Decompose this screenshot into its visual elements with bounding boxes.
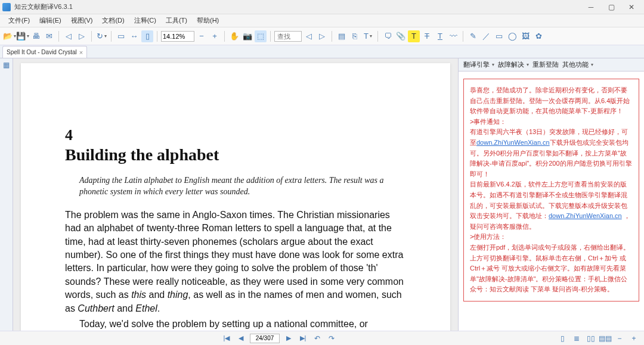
separator — [58, 31, 59, 42]
separator — [157, 31, 157, 42]
tab-bar: Spell It Out - David Crystal × — [0, 45, 644, 58]
typewriter-button[interactable]: T — [362, 30, 374, 42]
history-forward-button[interactable]: ↷ — [326, 334, 337, 343]
pdf-page: 4 Building the alphabet Adapting the Lat… — [21, 63, 450, 331]
right-pane-menu: 翻译引擎 故障解决 重新登陆 其他功能 — [459, 58, 644, 72]
duplicate-button[interactable]: ⎘ — [349, 30, 361, 42]
separator — [270, 31, 271, 42]
last-page-button[interactable]: ▶| — [298, 334, 308, 343]
other-menu[interactable]: 其他功能 — [562, 60, 593, 69]
notice-line: 左侧打开pdf，划选单词或句子或段落，右侧给出翻译。上方可切换翻译引擎。鼠标单击… — [470, 243, 633, 295]
notice-line: 目前最新V6.4.2版，软件左上方您可查看当前安装的版本号。如遇不有道引擎翻译不… — [470, 179, 633, 232]
download-link[interactable]: down.ZhiYunWenXian.cn — [549, 212, 622, 219]
separator — [332, 31, 332, 42]
next-page-button[interactable]: ▶ — [283, 334, 294, 343]
menu-file[interactable]: 文件(F) — [4, 15, 35, 26]
zoom-out-status-button[interactable]: − — [614, 334, 625, 343]
maximize-button[interactable]: ▢ — [601, 1, 621, 14]
separator — [91, 31, 92, 42]
tab-close-button[interactable]: × — [79, 49, 83, 56]
notice-line: 恭喜您，登陆成功了。除非近期积分有变化，否则不要自己点击重新登陆。登陆一次会缓存… — [470, 85, 633, 117]
rect-button[interactable]: ▭ — [493, 30, 505, 42]
search-prev-button[interactable]: ◁ — [303, 30, 315, 42]
strikeout-button[interactable]: T — [421, 30, 433, 42]
zoom-in-status-button[interactable]: + — [628, 334, 639, 343]
rotate-button[interactable]: ↻ — [95, 30, 107, 42]
zoom-select[interactable] — [161, 31, 194, 42]
chapter-subtitle: Adapting the Latin alphabet to English m… — [65, 175, 406, 198]
history-back-button[interactable]: ↶ — [312, 334, 323, 343]
note-button[interactable]: 🗨 — [382, 30, 394, 42]
body-text: The problem was the same in Anglo-Saxon … — [65, 209, 406, 331]
thumbnails-button[interactable]: ▦ — [2, 61, 11, 69]
notice-heading: >事件通知： — [470, 117, 633, 128]
first-page-button[interactable]: |◀ — [221, 334, 232, 343]
menu-view[interactable]: 视图(V) — [66, 15, 98, 26]
fit-width-button[interactable]: ↔ — [128, 30, 140, 42]
separator — [224, 31, 225, 42]
page-tool-button[interactable]: ▤ — [336, 30, 348, 42]
relogin-menu[interactable]: 重新登陆 — [532, 60, 559, 69]
email-button[interactable]: ✉ — [43, 30, 55, 42]
zoom-in-button[interactable]: + — [209, 30, 221, 42]
engine-menu[interactable]: 翻译引擎 — [463, 60, 494, 69]
menu-annotate[interactable]: 注释(C) — [129, 15, 161, 26]
menu-document[interactable]: 文档(D) — [97, 15, 129, 26]
title-bar: 知云文献翻译V6.3.1 ─ ▢ ✕ — [0, 0, 644, 14]
separator — [377, 31, 378, 42]
translation-pane: 翻译引擎 故障解决 重新登陆 其他功能 恭喜您，登陆成功了。除非近期积分有变化，… — [458, 58, 644, 331]
search-input[interactable] — [274, 31, 302, 42]
body-area: ▦ ⟳ 4 Building the alphabet Adapting the… — [0, 58, 644, 331]
document-viewer[interactable]: 4 Building the alphabet Adapting the Lat… — [13, 58, 458, 331]
highlight-button[interactable]: T — [408, 30, 420, 42]
minimize-button[interactable]: ─ — [581, 1, 601, 14]
status-bar: |◀ ◀ ▶ ▶| ↶ ↷ ▯ ≣ ▯▯ ▤▤ − + — [0, 331, 644, 345]
open-button[interactable]: 📂 — [4, 30, 16, 42]
chapter-number: 4 — [65, 126, 406, 144]
print-button[interactable]: 🖶 — [30, 30, 42, 42]
fit-page-button[interactable]: ▭ — [115, 30, 127, 42]
chapter-title: Building the alphabet — [65, 145, 406, 164]
separator — [111, 31, 112, 42]
layout-cover-button[interactable]: ▤▤ — [600, 334, 611, 343]
zoom-out-button[interactable]: − — [196, 30, 208, 42]
prev-page-button[interactable]: ◀ — [236, 334, 246, 343]
attach-button[interactable]: 📎 — [395, 30, 407, 42]
troubleshoot-menu[interactable]: 故障解决 — [498, 60, 529, 69]
menu-tools[interactable]: 工具(T) — [161, 15, 192, 26]
notice-box: 恭喜您，登陆成功了。除非近期积分有变化，否则不要自己点击重新登陆。登陆一次会缓存… — [463, 79, 639, 302]
app-title: 知云文献翻译V6.3.1 — [14, 2, 581, 11]
layout-continuous-button[interactable]: ≣ — [571, 334, 582, 343]
search-next-button[interactable]: ▷ — [316, 30, 328, 42]
snapshot-button[interactable]: 📷 — [242, 30, 253, 42]
layout-facing-button[interactable]: ▯▯ — [586, 334, 596, 343]
line-button[interactable]: ／ — [480, 30, 492, 42]
close-button[interactable]: ✕ — [621, 1, 642, 14]
notice-heading: >使用方法： — [470, 232, 633, 243]
stamp-button[interactable]: ✿ — [532, 30, 544, 42]
underline-button[interactable]: T — [434, 30, 446, 42]
prev-page-button[interactable]: ◁ — [63, 30, 75, 42]
notice-line: 有道引擎周六半夜（13日）突发故障，现已经修好，可至down.ZhiYunWen… — [470, 127, 633, 179]
page-number-input[interactable] — [250, 334, 280, 343]
menu-edit[interactable]: 编辑(E) — [35, 15, 66, 26]
app-icon — [2, 3, 11, 11]
oval-button[interactable]: ◯ — [506, 30, 518, 42]
download-link[interactable]: down.ZhiYunWenXian.cn — [476, 139, 550, 146]
select-tool-button[interactable]: ⬚ — [255, 30, 267, 42]
image-button[interactable]: 🖼 — [519, 30, 531, 42]
tab-label: Spell It Out - David Crystal — [7, 49, 77, 55]
layout-button[interactable]: ▯ — [141, 30, 153, 42]
layout-single-button[interactable]: ▯ — [557, 334, 568, 343]
squiggle-button[interactable]: 〰 — [447, 30, 459, 42]
left-gutter: ▦ ⟳ — [0, 58, 13, 331]
menu-bar: 文件(F) 编辑(E) 视图(V) 文档(D) 注释(C) 工具(T) 帮助(H… — [0, 14, 644, 27]
hand-tool-button[interactable]: ✋ — [228, 30, 240, 42]
toolbar: 📂 💾 🖶 ✉ ◁ ▷ ↻ ▭ ↔ ▯ − + ✋ 📷 ⬚ ◁ ▷ ▤ ⎘ T … — [0, 27, 644, 45]
next-page-button[interactable]: ▷ — [76, 30, 88, 42]
pencil-button[interactable]: ✎ — [467, 30, 479, 42]
document-tab[interactable]: Spell It Out - David Crystal × — [2, 46, 87, 58]
separator — [463, 31, 463, 42]
menu-help[interactable]: 帮助(H) — [192, 15, 224, 26]
save-button[interactable]: 💾 — [17, 30, 29, 42]
